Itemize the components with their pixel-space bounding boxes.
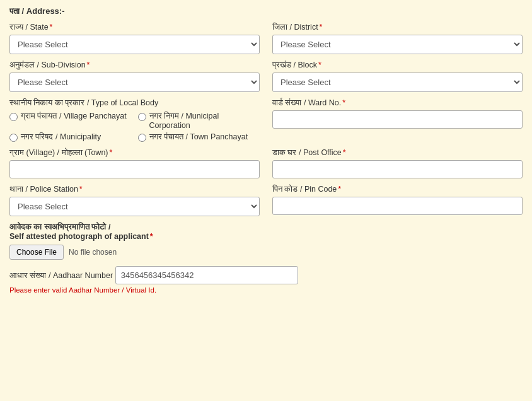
post-office-label: डाक घर / Post Office*: [272, 148, 523, 158]
photo-upload-section: आवेदक का स्वअभिप्रमाणित फोटो / Self atte…: [9, 223, 523, 260]
aadhaar-input[interactable]: [115, 266, 298, 284]
local-body-label: स्थानीय निकाय का प्रकार / Type of Local …: [9, 98, 260, 108]
block-select[interactable]: Please Select: [272, 73, 523, 92]
radio-municipality[interactable]: नगर परिषद / Municipality: [9, 132, 132, 142]
pin-code-label: पिन कोड / Pin Code*: [272, 185, 523, 194]
state-select[interactable]: Please Select: [9, 35, 260, 54]
subdivision-label: अनुमंडल / Sub-Division*: [9, 61, 260, 70]
pin-code-input[interactable]: [272, 197, 523, 215]
aadhaar-section: आधार संख्या / Aadhaar Number Please ente…: [9, 266, 523, 294]
no-file-text: No file chosen: [69, 248, 117, 257]
radio-town-panchayat[interactable]: नगर पंचायत / Town Panchayat: [138, 132, 260, 142]
ward-input[interactable]: [272, 110, 523, 129]
section-title: पता / Address:-: [9, 6, 523, 16]
choose-file-button[interactable]: Choose File: [9, 245, 64, 260]
village-label: ग्राम (Village) / मोहल्ला (Town)*: [9, 148, 260, 158]
police-station-label: थाना / Police Station*: [9, 185, 260, 194]
district-select[interactable]: Please Select: [272, 35, 523, 54]
district-label: जिला / District*: [272, 23, 523, 32]
radio-village-panchayat[interactable]: ग्राम पंचायत / Village Panchayat: [9, 112, 132, 130]
subdivision-select[interactable]: Please Select: [9, 73, 260, 92]
aadhaar-error: Please enter valid Aadhar Number / Virtu…: [9, 286, 523, 294]
ward-label: वार्ड संख्या / Ward No.*: [272, 98, 523, 108]
aadhaar-label: आधार संख्या / Aadhaar Number: [9, 271, 113, 280]
radio-municipal-corporation[interactable]: नगर निगम / Municipal Corporation: [138, 112, 260, 130]
photo-label: आवेदक का स्वअभिप्रमाणित फोटो / Self atte…: [9, 223, 523, 241]
block-label: प्रखंड / Block*: [272, 61, 523, 70]
village-input[interactable]: [9, 160, 260, 178]
police-station-select[interactable]: Please Select: [9, 197, 260, 216]
post-office-input[interactable]: [272, 160, 523, 178]
state-label: राज्य / State*: [9, 23, 260, 32]
